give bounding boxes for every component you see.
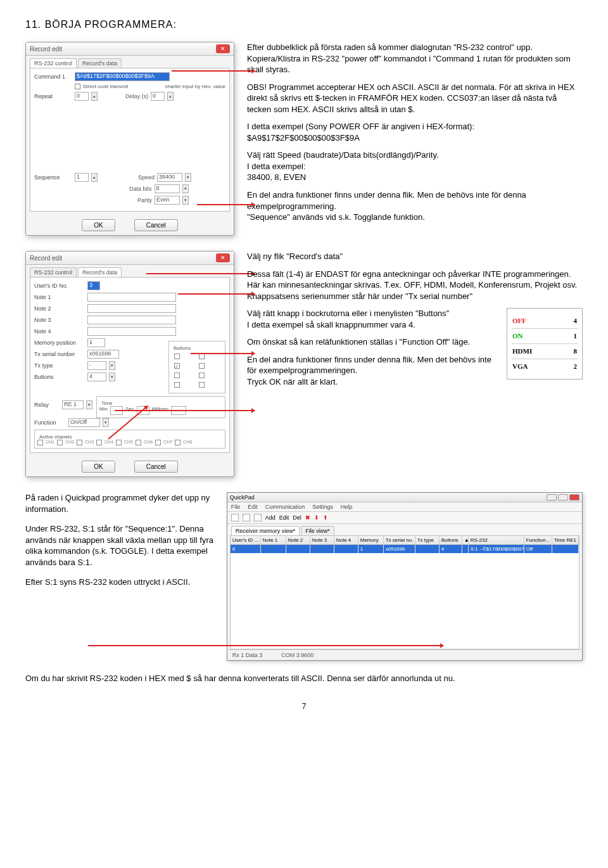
table-row[interactable]: 8 1 x051696 4 S:1 - ©$17/$00$00$00?š Off	[231, 545, 579, 553]
txserial-input[interactable]: x051696	[87, 350, 119, 359]
tool-del[interactable]: Del	[293, 514, 301, 521]
menu-file[interactable]: File	[231, 504, 241, 510]
repeat-input[interactable]: 0	[75, 92, 89, 101]
ch4-check[interactable]	[96, 440, 102, 445]
button-check-7[interactable]	[174, 382, 180, 388]
new-icon[interactable]	[231, 514, 239, 521]
tab-receiver-memory[interactable]: Receiver memory view*	[231, 526, 300, 535]
note1-input[interactable]	[87, 293, 176, 302]
note2-input[interactable]	[87, 304, 176, 313]
save-icon[interactable]	[254, 514, 262, 521]
relay-dropdown[interactable]: ▾	[86, 400, 92, 409]
menu-help[interactable]: Help	[341, 504, 353, 510]
button-check-5[interactable]	[174, 373, 180, 378]
tool-up-icon[interactable]: ⬆	[323, 514, 328, 521]
button-check-3[interactable]	[174, 363, 180, 369]
ch2-check[interactable]	[57, 440, 63, 445]
open-icon[interactable]	[243, 514, 250, 521]
active-channels-label: Active chanels	[37, 434, 74, 440]
maximize-icon[interactable]	[558, 494, 568, 501]
delay-spinner[interactable]: ▴	[167, 92, 174, 101]
button-check-1[interactable]	[174, 354, 180, 359]
col-header[interactable]: Note 3	[310, 536, 334, 544]
note3-input[interactable]	[87, 316, 176, 324]
databits-dropdown[interactable]: ▾	[182, 184, 189, 193]
userid-input[interactable]: 3	[87, 281, 100, 290]
databits-input[interactable]: 8	[155, 184, 180, 193]
ok-button[interactable]: OK	[82, 461, 115, 473]
cancel-button[interactable]: Cancel	[134, 461, 178, 473]
menu-edit[interactable]: Edit	[248, 504, 258, 510]
repeat-spinner[interactable]: ▴	[91, 92, 98, 101]
command-input[interactable]: $A9$17$2F$00$00$00$3F$9A	[75, 72, 170, 81]
button-check-4[interactable]	[199, 363, 205, 369]
close-icon[interactable]: ✕	[216, 253, 230, 262]
parity-dropdown[interactable]: ▾	[182, 196, 189, 205]
col-header[interactable]: Buttons	[440, 536, 462, 544]
delay-input[interactable]: 0	[151, 92, 165, 101]
button-check-8[interactable]	[199, 382, 205, 388]
col-header[interactable]: Note 4	[334, 536, 358, 544]
tool-x-icon[interactable]: ✖	[305, 514, 310, 521]
tool-edit[interactable]: Edit	[279, 514, 289, 521]
function-input[interactable]: On/Off	[68, 418, 100, 427]
speed-input[interactable]: 38400	[157, 173, 182, 182]
function-dropdown[interactable]: ▾	[103, 418, 109, 427]
speed-dropdown[interactable]: ▾	[185, 173, 191, 182]
buttons-dropdown[interactable]: ▾	[109, 373, 115, 381]
menu-communication[interactable]: Communication	[265, 504, 305, 510]
ch1-check[interactable]	[37, 440, 43, 445]
ch5-check[interactable]	[116, 440, 122, 445]
tab-records-data[interactable]: Record's data	[78, 58, 122, 68]
parity-input[interactable]: Even	[155, 196, 180, 205]
relay-input[interactable]: RE 1	[62, 400, 84, 409]
cancel-button[interactable]: Cancel	[134, 219, 178, 231]
minimize-icon[interactable]	[547, 494, 557, 501]
buttons-cnt-input[interactable]: 4	[87, 373, 106, 381]
ch7-check[interactable]	[155, 440, 161, 445]
close-icon[interactable]	[569, 494, 580, 501]
tab-rs232[interactable]: RS-232 control	[30, 58, 77, 68]
col-header[interactable]: RS-232	[469, 536, 524, 544]
ch6-check[interactable]	[136, 440, 141, 445]
col-header[interactable]: Time RE1	[552, 536, 579, 544]
txtype-input[interactable]: -	[87, 361, 106, 370]
close-icon[interactable]: ✕	[216, 44, 230, 53]
tool-add[interactable]: Add	[265, 514, 276, 521]
tab-file-view[interactable]: File view*	[301, 526, 334, 535]
note2-label: Note 2	[34, 305, 85, 312]
menu-settings[interactable]: Settings	[312, 504, 333, 510]
col-header[interactable]: Tx serial no.	[384, 536, 415, 544]
ok-button[interactable]: OK	[82, 219, 115, 231]
txtype-label: Tx type	[34, 362, 85, 369]
bottom-note: Om du har skrivit RS-232 koden i HEX med…	[25, 673, 583, 683]
tool-down-icon[interactable]: ⬇	[314, 514, 319, 521]
direct-code-label: Direct code transmit	[83, 84, 128, 89]
note1-label: Note 1	[34, 294, 85, 300]
col-header[interactable]: Note 2	[286, 536, 310, 544]
col-header[interactable]: Memory	[358, 536, 384, 544]
col-header[interactable]: Function...	[524, 536, 552, 544]
mempos-input[interactable]: 1	[87, 338, 105, 347]
tab-records-data[interactable]: Record's data	[78, 267, 122, 277]
txtype-dropdown[interactable]: ▾	[109, 361, 115, 370]
col-header[interactable]: Note 1	[261, 536, 286, 544]
userid-label: User's ID No.	[34, 283, 85, 289]
record-edit-dialog-2: Record edit ✕ RS-232 control Record's da…	[25, 251, 234, 477]
tab-rs232[interactable]: RS-232 control	[30, 267, 77, 277]
sequence-input[interactable]: 1	[75, 173, 89, 182]
ch3-check[interactable]	[77, 440, 82, 445]
button-check-6[interactable]	[199, 373, 205, 378]
explain-text: Efter S:1 syns RS-232 koden uttryckt i A…	[25, 577, 218, 588]
button-check-2[interactable]	[199, 354, 205, 359]
data-grid[interactable]: User's ID ... Note 1 Note 2 Note 3 Note …	[230, 535, 580, 649]
col-header[interactable]: ▲	[462, 536, 469, 544]
col-header[interactable]: Tx type	[415, 536, 440, 544]
col-header[interactable]: User's ID ...	[231, 536, 261, 544]
note4-input[interactable]	[87, 327, 176, 336]
charter-label: charter input by Hex. value	[165, 84, 225, 89]
sequence-spinner[interactable]: ▴	[91, 173, 98, 182]
ch8-check[interactable]	[175, 440, 180, 445]
direct-code-checkbox[interactable]	[75, 84, 80, 89]
explain-text: I detta exempel (Sony POWER OFF är angiv…	[247, 121, 583, 143]
